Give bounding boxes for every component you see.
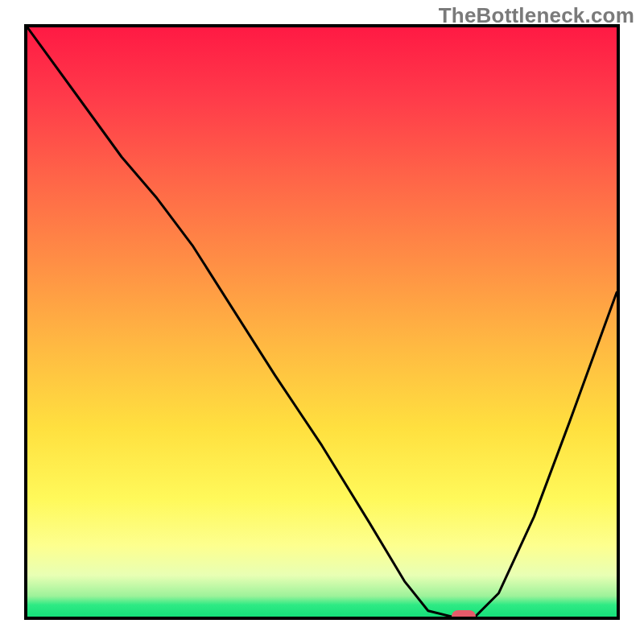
line-curve bbox=[27, 27, 617, 617]
min-marker bbox=[452, 610, 476, 620]
chart-frame: TheBottleneck.com bbox=[0, 0, 644, 644]
plot-area bbox=[24, 24, 620, 620]
